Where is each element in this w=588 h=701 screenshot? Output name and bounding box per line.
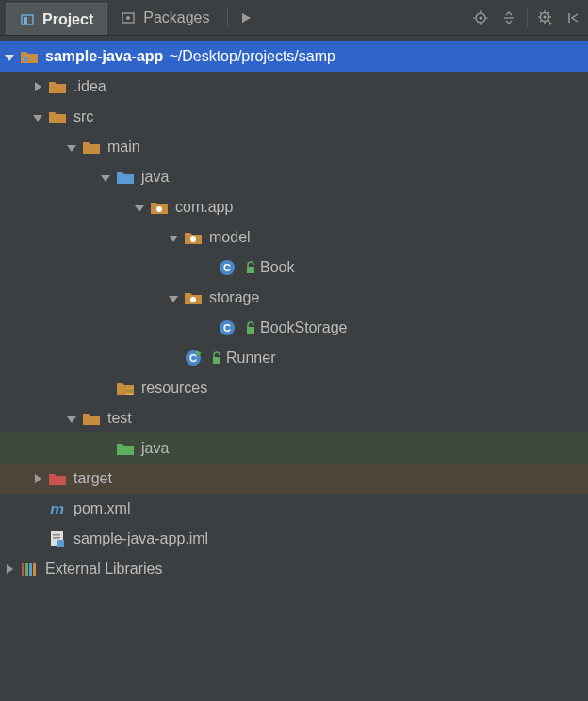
tree-node-test-java[interactable]: java (0, 433, 588, 464)
expand-arrow-icon[interactable] (62, 142, 81, 153)
tree-node-java-source[interactable]: java (0, 162, 588, 192)
expand-arrow-icon[interactable] (62, 414, 81, 424)
hide-button[interactable] (560, 0, 588, 35)
toolbar-separator (227, 8, 228, 27)
tree-node-iml[interactable]: sample-java-app.iml (0, 524, 588, 554)
svg-text:m: m (50, 500, 64, 517)
expand-arrow-icon[interactable] (0, 564, 19, 574)
tree-label: storage (209, 289, 259, 306)
svg-rect-54 (53, 534, 60, 536)
tree-label: resources (141, 380, 207, 397)
tree-node-class-runner[interactable]: C Runner (0, 343, 588, 373)
expand-arrow-icon[interactable] (28, 112, 47, 122)
svg-marker-37 (169, 296, 178, 302)
tree-label: model (209, 229, 251, 246)
tree-label: java (141, 440, 169, 457)
tab-packages[interactable]: Packages (107, 0, 222, 35)
tree-node-resources[interactable]: resources (0, 373, 588, 403)
svg-line-18 (540, 12, 542, 14)
tree-node-test[interactable]: test (0, 403, 588, 433)
package-icon (149, 201, 170, 215)
svg-rect-45 (213, 357, 220, 364)
expand-arrow-icon[interactable] (96, 172, 115, 183)
java-class-icon: C (217, 319, 237, 336)
maven-file-icon: m (47, 500, 68, 517)
tree-node-pom[interactable]: m pom.xml (0, 494, 588, 524)
tree-label: pom.xml (74, 500, 130, 517)
expand-arrow-icon[interactable] (130, 203, 149, 213)
project-tree: sample-java-app ~/Desktop/projects/samp … (0, 36, 588, 584)
expand-arrow-icon[interactable] (164, 233, 183, 243)
package-icon (183, 231, 204, 245)
svg-line-20 (540, 20, 542, 22)
excluded-folder-icon (47, 472, 68, 486)
svg-line-19 (547, 20, 549, 22)
collapse-all-button[interactable] (495, 0, 523, 35)
folder-icon (47, 110, 68, 124)
expand-arrow-icon[interactable] (28, 82, 47, 91)
svg-rect-53 (57, 540, 64, 547)
svg-rect-58 (25, 563, 28, 576)
svg-rect-57 (22, 563, 24, 576)
svg-point-31 (156, 206, 162, 212)
tree-label: External Libraries (45, 561, 163, 578)
libraries-icon (19, 562, 40, 577)
tree-node-src[interactable]: src (0, 102, 588, 132)
tree-node-package[interactable]: com.app (0, 192, 588, 222)
svg-point-6 (480, 16, 482, 19)
svg-marker-26 (35, 82, 41, 91)
svg-point-3 (126, 16, 130, 20)
svg-marker-32 (169, 236, 178, 242)
locate-button[interactable] (466, 0, 495, 35)
java-run-class-icon: C (183, 350, 204, 367)
svg-marker-56 (7, 564, 13, 574)
run-button[interactable] (232, 0, 260, 35)
svg-marker-22 (549, 22, 552, 25)
svg-rect-25 (24, 57, 28, 61)
project-toolbar: Project Packages (0, 0, 588, 36)
unlock-icon (211, 351, 222, 365)
svg-marker-30 (135, 205, 144, 212)
expand-arrow-icon[interactable] (28, 474, 47, 483)
tree-label: target (74, 470, 112, 487)
svg-rect-55 (53, 537, 60, 539)
expand-arrow-icon[interactable] (0, 52, 19, 62)
tree-label: test (107, 410, 132, 427)
svg-text:C: C (189, 352, 197, 364)
settings-button[interactable] (531, 0, 560, 35)
tree-node-target[interactable]: target (0, 464, 588, 494)
svg-rect-60 (33, 563, 36, 576)
unlock-icon (245, 321, 256, 334)
package-icon (183, 291, 204, 305)
tree-node-storage[interactable]: storage (0, 283, 588, 313)
tree-label: sample-java-app.iml (74, 530, 208, 547)
tree-node-class-book[interactable]: C Book (0, 253, 588, 283)
tab-label: Project (42, 11, 93, 28)
svg-rect-1 (24, 17, 27, 24)
svg-line-21 (547, 12, 549, 14)
test-source-folder-icon (115, 442, 136, 456)
svg-marker-4 (242, 13, 251, 23)
svg-rect-41 (247, 327, 254, 334)
tree-node-idea[interactable]: .idea (0, 72, 588, 102)
source-folder-icon (115, 171, 136, 185)
svg-marker-24 (5, 55, 14, 61)
tree-node-main[interactable]: main (0, 132, 588, 162)
tree-node-external-libraries[interactable]: External Libraries (0, 554, 588, 584)
folder-icon (81, 412, 102, 426)
expand-arrow-icon[interactable] (164, 293, 183, 303)
tab-label: Packages (143, 9, 209, 26)
tree-label: main (107, 139, 140, 155)
svg-marker-28 (67, 145, 76, 152)
tree-label: .idea (74, 78, 106, 95)
module-folder-icon (19, 50, 40, 64)
tree-node-project-root[interactable]: sample-java-app ~/Desktop/projects/samp (0, 41, 588, 72)
tree-node-class-bookstorage[interactable]: C BookStorage (0, 313, 588, 343)
packages-tab-icon (121, 10, 136, 25)
toolbar-separator (527, 8, 528, 27)
svg-marker-27 (33, 115, 42, 122)
resources-folder-icon (115, 382, 136, 396)
tab-project[interactable]: Project (6, 3, 107, 35)
svg-marker-29 (101, 175, 110, 182)
tree-node-model[interactable]: model (0, 222, 588, 253)
